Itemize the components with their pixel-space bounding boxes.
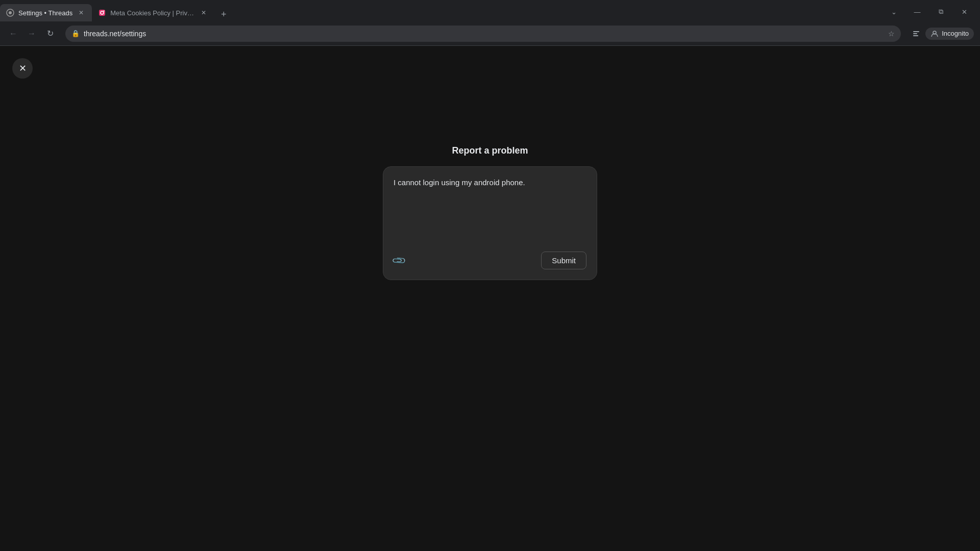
bookmark-icon[interactable]: ☆ — [888, 30, 895, 38]
browser-chrome: Settings • Threads ✕ Meta Cookies Policy… — [0, 0, 980, 46]
tab-meta-cookies[interactable]: Meta Cookies Policy | Privacy Ce... ✕ — [92, 4, 214, 21]
maximize-button[interactable]: ⧉ — [929, 4, 952, 19]
incognito-label: Incognito — [942, 30, 969, 37]
window-controls: ⌄ — ⧉ ✕ — [882, 4, 980, 21]
minimize-button[interactable]: — — [905, 4, 929, 19]
address-bar-row: ← → ↻ 🔒 threads.net/settings ☆ Incog — [0, 21, 980, 46]
incognito-button[interactable]: Incognito — [925, 28, 974, 40]
new-tab-button[interactable]: + — [216, 7, 231, 21]
address-text: threads.net/settings — [84, 30, 884, 38]
address-bar[interactable]: 🔒 threads.net/settings ☆ — [65, 26, 901, 42]
tab-favicon-1 — [6, 9, 14, 17]
tab-bar: Settings • Threads ✕ Meta Cookies Policy… — [0, 0, 980, 21]
close-window-button[interactable]: ✕ — [952, 4, 976, 19]
tab-close-1[interactable]: ✕ — [77, 8, 86, 17]
lock-icon: 🔒 — [71, 30, 80, 37]
report-textarea[interactable]: I cannot login using my android phone. — [394, 177, 586, 243]
attach-icon[interactable]: 📎 — [391, 253, 407, 268]
page-content: ✕ Report a problem I cannot login using … — [0, 46, 980, 551]
svg-point-4 — [104, 11, 105, 12]
tab-title-1: Settings • Threads — [18, 9, 72, 17]
svg-point-1 — [9, 11, 12, 14]
form-actions: 📎 Submit — [394, 252, 586, 269]
report-title: Report a problem — [452, 145, 528, 156]
tab-favicon-2 — [98, 9, 106, 17]
report-form: I cannot login using my android phone. 📎… — [383, 166, 597, 280]
report-container: Report a problem I cannot login using my… — [383, 145, 597, 280]
forward-button[interactable]: → — [24, 27, 39, 41]
svg-rect-7 — [913, 35, 918, 36]
close-icon: ✕ — [19, 63, 27, 74]
tab-settings-threads[interactable]: Settings • Threads ✕ — [0, 4, 92, 21]
svg-rect-6 — [913, 33, 917, 34]
submit-button[interactable]: Submit — [541, 252, 586, 269]
back-button[interactable]: ← — [6, 27, 20, 41]
reading-list-button[interactable] — [909, 27, 923, 41]
toolbar-icons: Incognito — [909, 27, 974, 41]
tab-list-button[interactable]: ⌄ — [882, 4, 905, 19]
reload-button[interactable]: ↻ — [43, 27, 57, 41]
tab-close-2[interactable]: ✕ — [199, 8, 208, 17]
close-button[interactable]: ✕ — [12, 58, 33, 79]
svg-rect-5 — [913, 31, 919, 32]
tab-title-2: Meta Cookies Policy | Privacy Ce... — [110, 9, 195, 17]
